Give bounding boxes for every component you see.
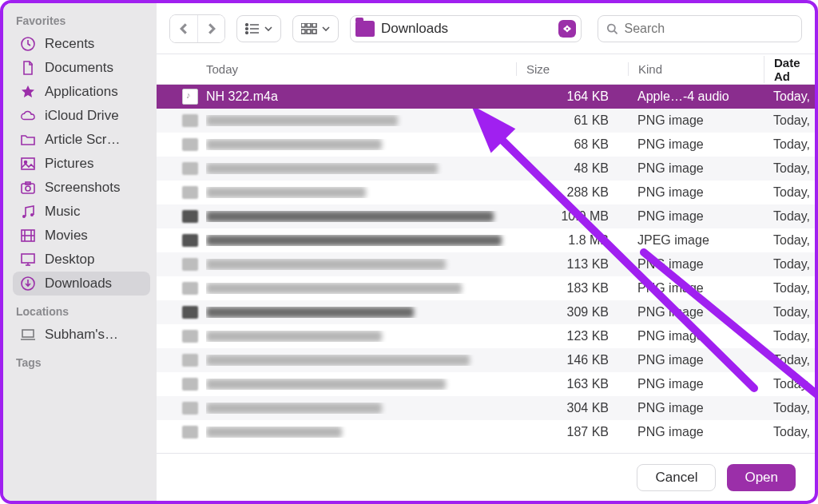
- toolbar: Downloads: [157, 3, 815, 54]
- file-kind: PNG image: [628, 281, 764, 296]
- file-date: Today,: [764, 113, 815, 128]
- svg-point-19: [246, 31, 248, 34]
- sidebar-item-applications[interactable]: Applications: [13, 80, 150, 104]
- file-icon: [182, 426, 198, 439]
- file-icon: [182, 258, 198, 271]
- file-size: 187 KB: [516, 425, 628, 439]
- file-kind: PNG image: [628, 161, 764, 176]
- svg-point-17: [246, 27, 248, 30]
- col-name[interactable]: Today: [157, 62, 516, 76]
- sidebar-item-label: Pictures: [45, 156, 93, 172]
- forward-button[interactable]: [197, 15, 224, 42]
- doc-icon: [19, 59, 37, 77]
- file-row[interactable]: 10.9 MBPNG imageToday,: [157, 204, 815, 228]
- file-row[interactable]: 146 KBPNG imageToday,: [157, 348, 815, 372]
- app-icon: [19, 83, 37, 101]
- file-name-redacted: [206, 163, 438, 174]
- file-kind: Apple…-4 audio: [628, 89, 764, 104]
- svg-line-28: [614, 30, 617, 34]
- svg-point-15: [246, 23, 248, 26]
- open-button[interactable]: Open: [727, 464, 796, 491]
- file-name-redacted: [206, 115, 398, 126]
- location-label: Downloads: [381, 21, 448, 37]
- file-row[interactable]: 183 KBPNG imageToday,: [157, 276, 815, 300]
- file-row[interactable]: 68 KBPNG imageToday,: [157, 133, 815, 157]
- file-row[interactable]: 123 KBPNG imageToday,: [157, 324, 815, 348]
- col-size[interactable]: Size: [516, 62, 628, 76]
- sidebar-item-movies[interactable]: Movies: [13, 224, 150, 248]
- file-kind: PNG image: [628, 401, 764, 415]
- file-row[interactable]: 288 KBPNG imageToday,: [157, 181, 815, 204]
- file-size: 304 KB: [516, 401, 628, 415]
- sidebar-item-icloud-drive[interactable]: iCloud Drive: [13, 104, 150, 128]
- film-icon: [19, 227, 37, 244]
- clock-icon: [19, 35, 37, 53]
- sidebar-location[interactable]: Subham's…: [13, 323, 150, 347]
- view-grid-button[interactable]: [292, 15, 339, 42]
- file-kind: JPEG image: [628, 233, 764, 248]
- file-date: Today,: [764, 257, 815, 272]
- col-kind[interactable]: Kind: [628, 62, 764, 76]
- file-row[interactable]: NH 322.m4a164 KBApple…-4 audioToday,: [157, 85, 815, 109]
- file-row[interactable]: 309 KBPNG imageToday,: [157, 300, 815, 324]
- cancel-button[interactable]: Cancel: [637, 464, 716, 491]
- sidebar-item-label: Downloads: [45, 276, 112, 292]
- file-name-redacted: [206, 187, 366, 198]
- sidebar-item-article-scr-[interactable]: Article Scr…: [13, 128, 150, 152]
- location-popup[interactable]: Downloads: [350, 15, 582, 42]
- file-row[interactable]: 61 KBPNG imageToday,: [157, 109, 815, 133]
- chevron-down-icon: [322, 25, 330, 33]
- svg-rect-23: [312, 23, 316, 27]
- file-name-redacted: [206, 331, 382, 342]
- sidebar-item-music[interactable]: Music: [13, 200, 150, 224]
- sidebar-item-label: Music: [45, 204, 80, 220]
- file-size: 1.8 MB: [516, 233, 628, 248]
- file-open-dialog: Favorites RecentsDocumentsApplicationsiC…: [0, 0, 818, 504]
- nav-buttons: [169, 14, 225, 43]
- sidebar-item-desktop[interactable]: Desktop: [13, 248, 150, 272]
- file-row[interactable]: 113 KBPNG imageToday,: [157, 252, 815, 276]
- search-field[interactable]: [598, 15, 802, 42]
- file-date: Today,: [764, 233, 815, 248]
- file-name-redacted: [206, 307, 414, 318]
- file-row[interactable]: 1.8 MBJPEG imageToday,: [157, 228, 815, 252]
- file-date: Today,: [764, 137, 815, 152]
- sidebar-item-label: iCloud Drive: [45, 108, 119, 124]
- col-date[interactable]: Date Ad: [764, 56, 815, 83]
- sidebar-item-downloads[interactable]: Downloads: [13, 272, 150, 296]
- file-date: Today,: [764, 353, 815, 367]
- sidebar-item-documents[interactable]: Documents: [13, 56, 150, 80]
- file-date: Today,: [764, 209, 815, 224]
- sidebar-item-recents[interactable]: Recents: [13, 32, 150, 56]
- file-list[interactable]: NH 322.m4a164 KBApple…-4 audioToday,61 K…: [157, 85, 815, 453]
- file-icon: [182, 234, 198, 247]
- file-name-redacted: [206, 211, 494, 222]
- sidebar-item-pictures[interactable]: Pictures: [13, 152, 150, 176]
- file-name-redacted: [206, 379, 446, 390]
- file-name-redacted: [206, 235, 502, 246]
- file-row[interactable]: 304 KBPNG imageToday,: [157, 396, 815, 420]
- file-kind: PNG image: [628, 209, 764, 224]
- file-name-redacted: [206, 283, 462, 294]
- favorites-header: Favorites: [16, 14, 150, 27]
- file-name-redacted: [206, 259, 446, 270]
- file-row[interactable]: 48 KBPNG imageToday,: [157, 157, 815, 181]
- file-name: NH 322.m4a: [206, 89, 516, 104]
- svg-rect-21: [301, 23, 305, 27]
- svg-rect-25: [307, 30, 311, 34]
- svg-rect-1: [22, 158, 34, 169]
- sidebar-item-label: Movies: [45, 228, 88, 244]
- file-name-redacted: [206, 403, 382, 414]
- file-size: 163 KB: [516, 377, 628, 391]
- search-input[interactable]: [624, 22, 793, 36]
- desktop-icon: [19, 251, 37, 268]
- file-size: 123 KB: [516, 329, 628, 343]
- file-row[interactable]: 163 KBPNG imageToday,: [157, 372, 815, 396]
- back-button[interactable]: [170, 15, 197, 42]
- chevron-down-icon: [264, 25, 272, 33]
- file-row[interactable]: 187 KBPNG imageToday,: [157, 420, 815, 444]
- view-list-button[interactable]: [236, 15, 281, 42]
- download-icon: [19, 275, 37, 292]
- svg-rect-3: [22, 184, 34, 193]
- sidebar-item-screenshots[interactable]: Screenshots: [13, 176, 150, 200]
